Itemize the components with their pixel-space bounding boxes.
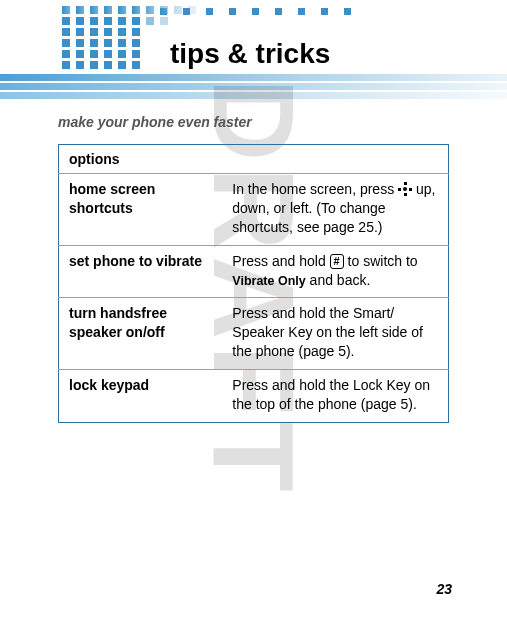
row-description: Press and hold the Smart/ Speaker Key on… (222, 298, 448, 370)
text: and back. (310, 272, 371, 288)
table-row: home screen shortcuts In the home screen… (59, 174, 449, 246)
text: Press and hold (232, 253, 329, 269)
decorative-band (0, 74, 507, 81)
menu-string: Vibrate Only (232, 274, 305, 288)
table-row: turn handsfree speaker on/off Press and … (59, 298, 449, 370)
subtitle-text: make your phone even faster (58, 114, 449, 130)
table-row: set phone to vibrate Press and hold # to… (59, 245, 449, 298)
text: to switch to (348, 253, 418, 269)
row-label: set phone to vibrate (59, 245, 223, 298)
text: In the home screen, press (232, 181, 398, 197)
header-banner: tips & tricks (0, 0, 507, 96)
decorative-band (0, 83, 507, 90)
table-row: lock keypad Press and hold the Lock Key … (59, 370, 449, 423)
table-header: options (59, 145, 449, 174)
options-table: options home screen shortcuts In the hom… (58, 144, 449, 423)
page-title: tips & tricks (170, 38, 330, 70)
row-label: home screen shortcuts (59, 174, 223, 246)
row-label: lock keypad (59, 370, 223, 423)
page-number: 23 (436, 581, 452, 597)
nav-key-icon (398, 182, 412, 196)
hash-key-icon: # (330, 254, 344, 270)
row-description: Press and hold # to switch to Vibrate On… (222, 245, 448, 298)
content-area: make your phone even faster options home… (0, 96, 507, 423)
row-description: Press and hold the Lock Key on the top o… (222, 370, 448, 423)
row-label: turn handsfree speaker on/off (59, 298, 223, 370)
row-description: In the home screen, press up, down, or l… (222, 174, 448, 246)
